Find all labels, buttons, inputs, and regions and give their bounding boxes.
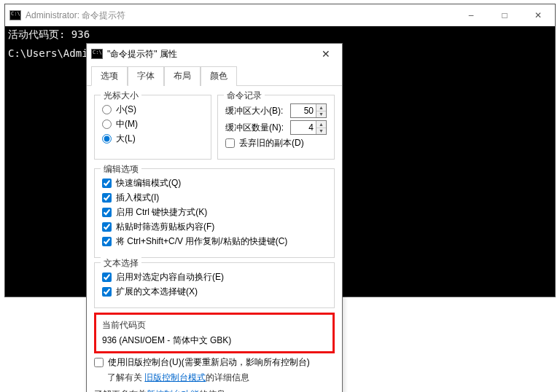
codepage-legend: 当前代码页 <box>102 319 327 332</box>
close-button[interactable]: ✕ <box>521 4 555 26</box>
tab-layout[interactable]: 布局 <box>164 66 201 86</box>
tabs: 选项 字体 布局 颜色 <box>87 66 342 86</box>
link-new-console-features[interactable]: 新控制台功能 <box>147 389 199 392</box>
check-ctrl-shift-cv[interactable]: 将 Ctrl+Shift+C/V 用作复制/粘贴的快捷键(C) <box>102 235 327 248</box>
group-cursor-size: 光标大小 小(S) 中(M) 大(L) <box>94 95 211 160</box>
dialog-titlebar[interactable]: "命令提示符" 属性 ✕ <box>87 44 342 64</box>
radio-cursor-large[interactable]: 大(L) <box>102 133 203 145</box>
check-ext-keys[interactable]: 扩展的文本选择键(X) <box>102 286 327 298</box>
tab-options[interactable]: 选项 <box>91 66 128 86</box>
radio-input-small[interactable] <box>102 105 112 114</box>
spin-down-icon[interactable]: ▼ <box>316 111 326 118</box>
minimize-button[interactable]: – <box>454 4 488 26</box>
spinner-buffer-size[interactable]: ▲ ▼ <box>290 103 327 118</box>
tab-font[interactable]: 字体 <box>128 66 164 86</box>
maximize-button[interactable]: □ <box>488 4 521 26</box>
radio-input-large[interactable] <box>102 134 112 144</box>
dialog-title: "命令提示符" 属性 <box>107 48 314 60</box>
close-icon[interactable]: ✕ <box>314 46 338 62</box>
check-line-wrap[interactable]: 启用对选定内容自动换行(E) <box>102 271 327 283</box>
check-use-legacy[interactable]: 使用旧版控制台(U)(需要重新启动，影响所有控制台) <box>94 356 335 369</box>
cmd-titlebar[interactable]: Administrator: 命令提示符 – □ ✕ <box>5 4 555 26</box>
radio-cursor-small[interactable]: 小(S) <box>102 103 203 116</box>
note-more: 了解更多有关新控制台功能的信息 <box>94 388 335 392</box>
cmd-line-codepage: 活动代码页: 936 <box>8 28 552 41</box>
properties-dialog: "命令提示符" 属性 ✕ 选项 字体 布局 颜色 光标大小 小(S) 中(M) <box>86 43 343 392</box>
check-ctrl-shortcuts[interactable]: 启用 Ctrl 键快捷方式(K) <box>102 206 327 219</box>
codepage-value: 936 (ANSI/OEM - 简体中文 GBK) <box>102 334 327 347</box>
label-buffer-size: 缓冲区大小(B): <box>225 105 286 117</box>
group-legend-textsel: 文本选择 <box>101 257 141 270</box>
radio-cursor-medium[interactable]: 中(M) <box>102 118 203 130</box>
spin-up-icon[interactable]: ▲ <box>316 121 326 128</box>
note-legacy: 了解有关 旧版控制台模式的详细信息 <box>107 372 335 384</box>
check-insert-mode[interactable]: 插入模式(I) <box>102 192 327 204</box>
group-legend-history: 命令记录 <box>224 90 265 102</box>
checkbox-use-legacy[interactable] <box>94 358 104 367</box>
check-filter-clipboard[interactable]: 粘贴时筛选剪贴板内容(F) <box>102 221 327 233</box>
check-quick-edit[interactable]: 快速编辑模式(Q) <box>102 177 327 189</box>
tab-colors[interactable]: 颜色 <box>201 66 237 86</box>
link-legacy-console[interactable]: 旧版控制台模式 <box>144 372 206 383</box>
input-buffer-size[interactable] <box>291 104 316 117</box>
checkbox-discard-old[interactable] <box>225 138 235 148</box>
group-text-selection: 文本选择 启用对选定内容自动换行(E) 扩展的文本选择键(X) <box>94 262 335 308</box>
input-num-buffers[interactable] <box>291 121 316 134</box>
radio-input-medium[interactable] <box>102 119 112 129</box>
cmd-title: Administrator: 命令提示符 <box>26 9 454 22</box>
label-num-buffers: 缓冲区数量(N): <box>225 122 286 134</box>
cmd-icon <box>9 10 21 20</box>
group-legend-cursor: 光标大小 <box>101 90 141 102</box>
spin-up-icon[interactable]: ▲ <box>316 104 326 111</box>
spin-down-icon[interactable]: ▼ <box>316 128 326 135</box>
group-legend-edit: 编辑选项 <box>101 163 141 176</box>
group-current-codepage: 当前代码页 936 (ANSI/OEM - 简体中文 GBK) <box>94 313 335 353</box>
group-command-history: 命令记录 缓冲区大小(B): ▲ ▼ 缓冲区数量(N): <box>217 95 335 160</box>
check-discard-old[interactable]: 丢弃旧的副本(D) <box>225 137 327 149</box>
cmd-icon <box>91 49 103 59</box>
spinner-num-buffers[interactable]: ▲ ▼ <box>290 120 327 135</box>
group-edit-options: 编辑选项 快速编辑模式(Q) 插入模式(I) 启用 Ctrl 键快捷方式(K) … <box>94 168 335 258</box>
